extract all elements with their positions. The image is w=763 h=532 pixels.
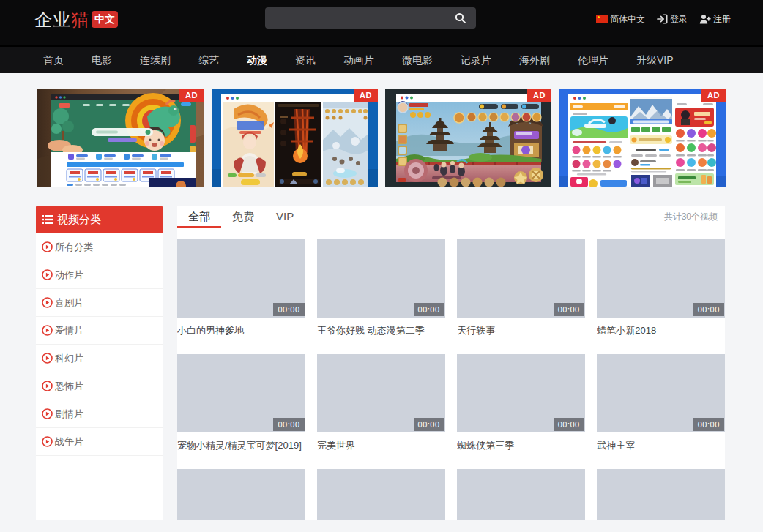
video-thumbnail — [177, 469, 305, 520]
play-circle-icon — [42, 325, 53, 336]
play-circle-icon — [42, 436, 53, 447]
china-flag-icon — [596, 15, 608, 23]
duration-badge: 00:00 — [554, 418, 584, 431]
video-card[interactable] — [317, 469, 445, 520]
ad-banner-4-illustration — [559, 89, 726, 187]
language-switch[interactable]: 简体中文 — [596, 13, 645, 26]
video-thumbnail: 00:00 — [457, 239, 585, 318]
ad-banner-1[interactable]: AD — [37, 89, 204, 187]
video-thumbnail — [597, 469, 725, 520]
ad-banner-3[interactable]: AD — [385, 89, 551, 187]
nav-item-home[interactable]: 首页 — [29, 47, 78, 73]
video-title: 宠物小精灵/精灵宝可梦[2019] — [177, 439, 305, 452]
filter-tabs-row: 全部 免费 VIP 共计30个视频 — [177, 206, 725, 228]
video-thumbnail: 00:00 — [457, 354, 585, 433]
video-card[interactable] — [597, 469, 725, 520]
page: 企业猫 中文 简体中文 登录 — [0, 0, 763, 532]
video-card[interactable]: 00:00 蜘蛛侠第三季 — [457, 354, 585, 470]
top-header: 企业猫 中文 简体中文 登录 — [0, 0, 763, 45]
nav-list: 首页 电影 连续剧 综艺 动漫 资讯 动画片 微电影 记录片 海外剧 伦理片 升… — [29, 47, 688, 73]
category-item-all[interactable]: 所有分类 — [36, 233, 163, 261]
ad-banner-4[interactable]: AD — [559, 89, 726, 187]
ad-banner-2[interactable]: AD — [212, 89, 378, 187]
category-list: 所有分类 动作片 喜剧片 爱情片 科幻片 恐怖片 — [36, 233, 163, 456]
category-item-war[interactable]: 战争片 — [36, 428, 163, 456]
category-item-scifi[interactable]: 科幻片 — [36, 345, 163, 372]
category-item-romance[interactable]: 爱情片 — [36, 317, 163, 345]
register-icon — [699, 14, 711, 24]
category-label: 科幻片 — [55, 352, 83, 365]
nav-item-cartoon[interactable]: 动画片 — [330, 47, 388, 73]
category-label: 动作片 — [55, 269, 83, 282]
video-title: 完美世界 — [317, 439, 445, 452]
video-card[interactable]: 00:00 王爷你好贱 动态漫第二季 — [317, 239, 445, 354]
play-circle-icon — [42, 381, 53, 391]
login-label: 登录 — [670, 13, 688, 26]
login-link[interactable]: 登录 — [657, 13, 688, 26]
video-thumbnail: 00:00 — [177, 239, 305, 318]
category-item-horror[interactable]: 恐怖片 — [36, 372, 163, 400]
category-label: 爱情片 — [55, 324, 83, 337]
video-card[interactable] — [177, 469, 305, 520]
video-title: 武神主宰 — [597, 439, 725, 452]
nav-item-upgrade-vip[interactable]: 升级VIP — [622, 47, 688, 73]
nav-item-anime[interactable]: 动漫 — [233, 47, 281, 73]
video-card[interactable]: 00:00 天行轶事 — [457, 239, 585, 354]
search-input[interactable] — [265, 7, 444, 29]
ad-badge: AD — [179, 89, 204, 102]
total-videos-count: 共计30个视频 — [664, 206, 718, 228]
duration-badge: 00:00 — [693, 303, 724, 316]
nav-item-ethics[interactable]: 伦理片 — [564, 47, 622, 73]
tab-free[interactable]: 免费 — [221, 206, 265, 228]
nav-item-movies[interactable]: 电影 — [78, 47, 126, 73]
sidebar-title: 视频分类 — [57, 213, 101, 227]
video-title: 天行轶事 — [457, 324, 585, 337]
duration-badge: 00:00 — [273, 418, 304, 431]
video-thumbnail — [317, 469, 445, 520]
login-icon — [657, 14, 668, 24]
video-card[interactable]: 00:00 小白的男神爹地 — [177, 239, 305, 354]
nav-item-documentary[interactable]: 记录片 — [447, 47, 505, 73]
logo-text: 企业 — [34, 8, 71, 31]
duration-badge: 00:00 — [273, 303, 304, 316]
video-thumbnail — [457, 469, 585, 520]
video-thumbnail: 00:00 — [597, 354, 725, 433]
video-card[interactable] — [457, 469, 585, 520]
duration-badge: 00:00 — [414, 418, 444, 431]
search-icon — [455, 12, 466, 24]
nav-item-overseas[interactable]: 海外剧 — [505, 47, 564, 73]
category-label: 战争片 — [55, 435, 83, 449]
ad-banner-1-illustration — [37, 89, 204, 187]
category-label: 恐怖片 — [55, 380, 83, 393]
video-title: 蜡笔小新2018 — [597, 324, 725, 337]
tab-vip[interactable]: VIP — [265, 206, 305, 228]
duration-badge: 00:00 — [414, 303, 444, 316]
video-title: 王爷你好贱 动态漫第二季 — [317, 324, 445, 337]
video-thumbnail: 00:00 — [317, 354, 445, 433]
ad-banner-row: AD — [0, 89, 763, 187]
ad-badge: AD — [527, 89, 551, 102]
logo-badge: 中文 — [92, 11, 118, 28]
ad-badge: AD — [701, 89, 726, 102]
video-card[interactable]: 00:00 武神主宰 — [597, 354, 725, 470]
nav-item-microfilm[interactable]: 微电影 — [388, 47, 447, 73]
video-card[interactable]: 00:00 完美世界 — [317, 354, 445, 470]
video-card[interactable]: 00:00 蜡笔小新2018 — [597, 239, 725, 354]
nav-item-variety[interactable]: 综艺 — [185, 47, 233, 73]
video-card[interactable]: 00:00 宠物小精灵/精灵宝可梦[2019] — [177, 354, 305, 470]
category-item-comedy[interactable]: 喜剧片 — [36, 289, 163, 317]
tab-all[interactable]: 全部 — [177, 206, 221, 228]
search-box — [265, 7, 476, 29]
nav-item-news[interactable]: 资讯 — [281, 47, 330, 73]
category-item-drama[interactable]: 剧情片 — [36, 400, 163, 428]
play-circle-icon — [42, 408, 53, 419]
site-logo[interactable]: 企业猫 中文 — [34, 10, 118, 29]
search-button[interactable] — [445, 7, 476, 29]
category-sidebar: 视频分类 所有分类 动作片 喜剧片 爱情片 科幻片 — [36, 206, 163, 520]
nav-item-series[interactable]: 连续剧 — [126, 47, 185, 73]
register-link[interactable]: 注册 — [699, 13, 731, 26]
video-thumbnail: 00:00 — [317, 239, 445, 318]
duration-badge: 00:00 — [693, 418, 724, 431]
play-circle-icon — [42, 269, 53, 280]
category-item-action[interactable]: 动作片 — [36, 261, 163, 289]
